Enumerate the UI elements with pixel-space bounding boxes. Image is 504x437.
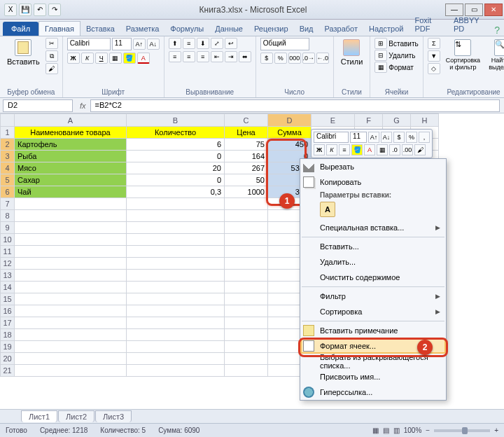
merge-icon[interactable]: ⬌ [239,51,251,62]
clear-icon[interactable]: ◇ [428,63,440,74]
col-header-d[interactable]: D [268,114,312,127]
copy-icon[interactable]: ⧉ [46,50,58,62]
fill-icon[interactable]: ▼ [428,50,440,62]
increase-indent-icon[interactable]: ⇥ [225,51,237,62]
tab-insert[interactable]: Вставка [80,22,120,36]
border-icon[interactable]: ▦ [109,53,122,64]
cell-c1[interactable]: Цена [225,127,268,139]
name-box[interactable]: D2 [3,99,73,112]
font-name-input[interactable]: Calibri [67,38,111,50]
decrease-decimal-icon[interactable]: ←.0 [316,53,329,64]
cell-c2[interactable]: 75 [225,139,268,151]
align-right-icon[interactable]: ≡ [197,51,209,62]
mini-size-input[interactable]: 11 [350,132,367,143]
mini-percent-icon[interactable]: % [406,132,417,143]
cells-format-icon[interactable]: ▦ [374,62,387,73]
decrease-font-icon[interactable]: A↓ [147,39,160,50]
autosum-icon[interactable]: Σ [428,38,440,49]
select-all-corner[interactable] [1,114,15,127]
find-select-button[interactable]: 🔍 Найти и выделить [486,38,504,73]
row-header-6[interactable]: 6 [1,186,15,198]
fill-color-icon[interactable]: 🪣 [123,53,136,64]
currency-icon[interactable]: $ [260,53,273,64]
view-normal-icon[interactable]: ▦ [372,426,379,434]
worksheet[interactable]: A B C D E F G H 1 Наименование товара Ко… [0,113,504,377]
view-layout-icon[interactable]: ▤ [383,426,389,434]
cell-c4[interactable]: 267 [225,162,268,174]
sheet-tab-3[interactable]: Лист3 [95,410,132,422]
bold-button[interactable]: Ж [67,53,80,64]
ctx-insert[interactable]: Вставить... [300,239,446,254]
tab-file[interactable]: Файл [3,22,38,36]
paste-button[interactable]: Вставить [4,38,43,67]
cell-b3[interactable]: 0 [127,151,225,162]
ctx-insert-comment[interactable]: Вставить примечание [300,323,446,338]
tab-view[interactable]: Вид [294,22,319,36]
align-center-icon[interactable]: ≡ [183,51,195,62]
col-header-e[interactable]: E [312,114,355,127]
cells-insert-icon[interactable]: ⊞ [374,38,387,49]
cell-c5[interactable]: 50 [225,174,268,186]
align-bottom-icon[interactable]: ⬇ [197,38,209,49]
cells-delete-icon[interactable]: ⊟ [374,50,387,61]
align-top-icon[interactable]: ⬆ [169,38,181,49]
align-middle-icon[interactable]: ≡ [183,38,195,49]
cell-b1[interactable]: Количество [127,127,225,139]
col-header-c[interactable]: C [225,114,268,127]
sort-filter-button[interactable]: ⇅ Сортировка и фильтр [443,38,483,73]
tab-addins[interactable]: Надстрой [363,22,409,36]
increase-decimal-icon[interactable]: .0→ [302,53,315,64]
tab-formulas[interactable]: Формулы [164,22,209,36]
ctx-sort[interactable]: Сортировка▶ [300,304,446,319]
formula-input[interactable]: =B2*C2 [90,99,500,112]
mini-fill-color-icon[interactable]: 🪣 [351,144,363,155]
increase-font-icon[interactable]: A↑ [133,39,146,50]
format-painter-icon[interactable]: 🖌 [46,63,58,74]
font-color-icon[interactable]: A [137,53,150,64]
row-header-3[interactable]: 3 [1,151,15,162]
cut-icon[interactable]: ✂ [46,38,58,49]
cell-a2[interactable]: Картофель [15,139,127,151]
italic-button[interactable]: К [81,53,94,64]
col-header-f[interactable]: F [355,114,383,127]
mini-border-icon[interactable]: ▦ [377,144,388,155]
ctx-clear[interactable]: Очистить содержимое [300,270,446,285]
undo-icon[interactable]: ↶ [34,4,46,16]
cells-delete-label[interactable]: Удалить [388,52,415,60]
col-header-g[interactable]: G [383,114,411,127]
col-header-b[interactable]: B [127,114,225,127]
ctx-dropdown-list[interactable]: Выбрать из раскрывающегося списка... [300,354,446,369]
mini-comma-icon[interactable]: , [419,132,430,143]
cells-insert-label[interactable]: Вставить [388,40,418,48]
mini-format-painter-icon[interactable]: 🖌 [414,144,426,155]
cells-format-label[interactable]: Формат [388,64,414,71]
tab-abbyy[interactable]: ABBYY PD [448,13,490,36]
col-header-a[interactable]: A [15,114,127,127]
ctx-filter[interactable]: Фильтр▶ [300,289,446,304]
tab-home[interactable]: Главная [38,21,80,36]
redo-icon[interactable]: ↷ [48,4,61,16]
cell-c3[interactable]: 164 [225,151,268,162]
zoom-slider[interactable] [434,429,490,432]
mini-italic-button[interactable]: К [326,144,337,155]
cell-b4[interactable]: 20 [127,162,225,174]
orientation-icon[interactable]: ⤢ [211,38,223,49]
cell-b2[interactable]: 6 [127,139,225,151]
zoom-level[interactable]: 100% [404,426,422,434]
tab-developer[interactable]: Разработ [319,22,363,36]
ctx-define-name[interactable]: Присвоить имя... [300,369,446,384]
row-header[interactable]: 7 [1,198,15,210]
mini-dec-decimal-icon[interactable]: .0 [389,144,400,155]
view-break-icon[interactable]: ▥ [393,426,400,434]
wrap-text-icon[interactable]: ↩ [225,38,237,49]
ctx-copy[interactable]: Копировать [300,174,446,190]
paste-option-values[interactable]: A [320,202,335,217]
tab-layout[interactable]: Разметка [120,22,165,36]
cell-a1[interactable]: Наименование товара [15,127,127,139]
row-header-5[interactable]: 5 [1,174,15,186]
mini-font-input[interactable]: Calibri [314,132,349,143]
cell-b6[interactable]: 0,3 [127,186,225,198]
percent-icon[interactable]: % [274,53,287,64]
tab-foxit[interactable]: Foxit PDF [409,13,448,36]
excel-icon[interactable]: X [4,4,17,16]
